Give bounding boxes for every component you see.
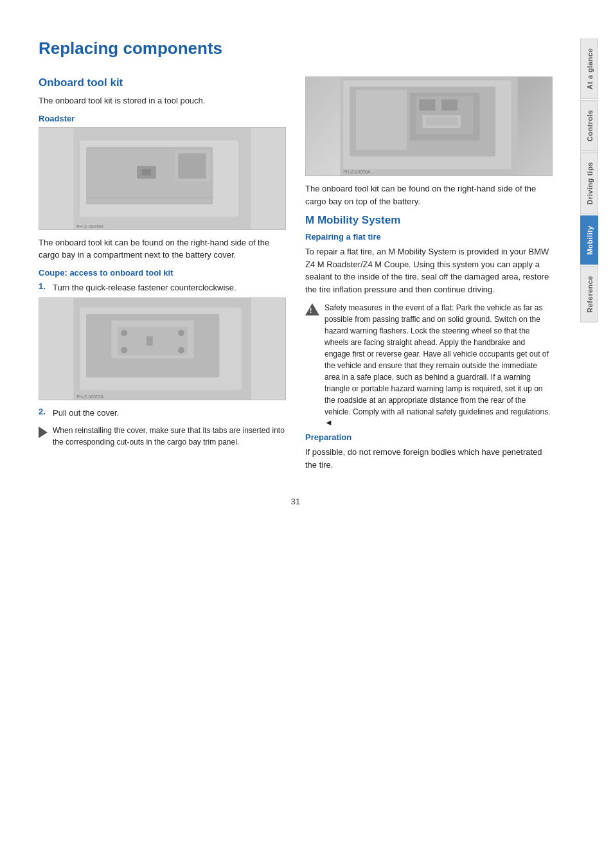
step-2-number: 2. <box>39 407 49 416</box>
onboard-tool-kit-heading: Onboard tool kit <box>39 76 286 89</box>
svg-point-17 <box>121 347 127 353</box>
preparation-heading: Preparation <box>305 432 553 442</box>
svg-point-18 <box>178 347 184 353</box>
m-mobility-heading: M Mobility System <box>305 214 553 227</box>
svg-rect-6 <box>142 169 151 175</box>
preparation-text: If possible, do not remove foreign bodie… <box>305 446 553 471</box>
reinstall-note-text: When reinstalling the cover, make sure t… <box>53 425 286 448</box>
warning-end-mark: ◄ <box>324 418 333 427</box>
repairing-flat-heading: Repairing a flat tire <box>305 232 553 242</box>
reinstall-note: When reinstalling the cover, make sure t… <box>39 425 286 448</box>
svg-point-15 <box>121 330 127 336</box>
right-top-caption: The onboard tool kit can be found on the… <box>305 182 553 208</box>
note-arrow-icon <box>39 427 48 438</box>
warning-note: Safety measures in the event of a flat: … <box>305 302 553 427</box>
step-1: 1. Turn the quick-release fastener count… <box>39 281 286 294</box>
svg-rect-19 <box>147 336 153 346</box>
battery-top-image: PH-Z-00050A <box>305 76 553 176</box>
step-1-text: Turn the quick-release fastener counterc… <box>53 281 236 294</box>
svg-rect-30 <box>426 117 458 126</box>
coupe-heading: Coupe: access to onboard tool kit <box>39 268 286 278</box>
roadster-caption: The onboard tool kit can be found on the… <box>39 236 286 261</box>
warning-text: Safety measures in the event of a flat: … <box>324 303 551 416</box>
sidebar-tab-reference[interactable]: Reference <box>580 266 598 323</box>
warning-triangle-icon <box>305 303 319 315</box>
page-number: 31 <box>39 497 553 506</box>
svg-text:PH-Z-00050A: PH-Z-00050A <box>343 170 371 174</box>
svg-rect-24 <box>356 90 407 150</box>
page-title: Replacing components <box>39 39 553 58</box>
sidebar-tab-driving-tips[interactable]: Driving tips <box>580 152 598 215</box>
right-column: PH-Z-00050A The onboard tool kit can be … <box>305 76 553 477</box>
svg-point-16 <box>178 330 184 336</box>
roadster-image: PH-Z-00049A <box>39 127 286 230</box>
repairing-flat-text: To repair a flat tire, an M Mobility Sys… <box>305 245 553 296</box>
roadster-heading: Roadster <box>39 114 286 123</box>
svg-text:PH-Z-00049A: PH-Z-00049A <box>76 224 104 229</box>
step-1-number: 1. <box>39 281 49 291</box>
step-2-text: Pull out the cover. <box>53 407 119 420</box>
sidebar-tabs: At a glance Controls Driving tips Mobili… <box>578 0 600 868</box>
svg-rect-4 <box>178 153 206 179</box>
onboard-tool-kit-intro: The onboard tool kit is stored in a tool… <box>39 94 286 107</box>
sidebar-tab-at-a-glance[interactable]: At a glance <box>580 39 598 99</box>
sidebar-tab-controls[interactable]: Controls <box>580 100 598 151</box>
step-2: 2. Pull out the cover. <box>39 407 286 420</box>
svg-rect-27 <box>420 100 436 111</box>
left-column: Onboard tool kit The onboard tool kit is… <box>39 76 286 477</box>
sidebar-tab-mobility[interactable]: Mobility <box>580 216 598 265</box>
svg-rect-28 <box>441 100 458 111</box>
coupe-image: PH-Z-00052A <box>39 297 286 400</box>
svg-text:PH-Z-00052A: PH-Z-00052A <box>76 394 104 399</box>
